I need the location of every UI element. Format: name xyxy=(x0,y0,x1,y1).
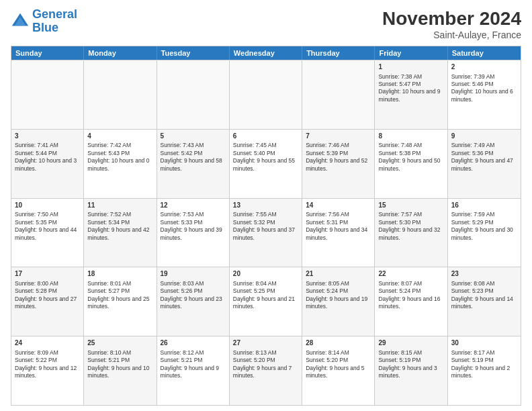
logo-text: General Blue xyxy=(32,8,77,35)
day-number: 6 xyxy=(233,132,298,141)
day-info: Sunrise: 7:55 AM xyxy=(233,211,298,218)
calendar-row-3: 10Sunrise: 7:50 AMSunset: 5:35 PMDayligh… xyxy=(11,198,521,267)
day-number: 29 xyxy=(378,338,443,348)
calendar: SundayMondayTuesdayWednesdayThursdayFrid… xyxy=(11,46,521,406)
day-number: 12 xyxy=(161,201,226,210)
header-day-saturday: Saturday xyxy=(448,46,521,60)
day-info: Sunrise: 7:56 AM xyxy=(306,211,371,218)
empty-cell xyxy=(302,60,375,129)
day-cell-1: 1Sunrise: 7:38 AMSunset: 5:47 PMDaylight… xyxy=(375,60,447,129)
day-info: Daylight: 9 hours and 50 minutes. xyxy=(378,157,443,173)
day-cell-30: 30Sunrise: 8:17 AMSunset: 5:19 PMDayligh… xyxy=(448,336,521,405)
empty-cell xyxy=(84,60,157,129)
day-info: Sunrise: 7:57 AM xyxy=(378,211,443,218)
day-cell-14: 14Sunrise: 7:56 AMSunset: 5:31 PMDayligh… xyxy=(302,199,375,267)
header-day-thursday: Thursday xyxy=(302,46,375,60)
day-info: Sunrise: 7:59 AM xyxy=(451,211,517,218)
day-info: Sunset: 5:24 PM xyxy=(306,287,371,295)
day-info: Sunrise: 8:05 AM xyxy=(306,280,371,287)
day-info: Sunrise: 8:07 AM xyxy=(378,280,443,287)
day-info: Daylight: 9 hours and 21 minutes. xyxy=(233,295,298,311)
day-number: 10 xyxy=(15,201,80,210)
day-cell-21: 21Sunrise: 8:05 AMSunset: 5:24 PMDayligh… xyxy=(302,267,375,336)
header-day-tuesday: Tuesday xyxy=(157,46,230,60)
day-info: Daylight: 9 hours and 58 minutes. xyxy=(161,157,226,173)
day-info: Daylight: 9 hours and 23 minutes. xyxy=(161,295,226,311)
day-info: Sunset: 5:26 PM xyxy=(161,287,226,295)
day-info: Sunrise: 8:08 AM xyxy=(451,280,517,287)
day-info: Sunset: 5:21 PM xyxy=(87,357,152,364)
day-cell-27: 27Sunrise: 8:13 AMSunset: 5:20 PMDayligh… xyxy=(230,336,302,405)
day-info: Sunset: 5:32 PM xyxy=(233,219,298,226)
day-number: 2 xyxy=(451,62,517,72)
day-info: Sunset: 5:43 PM xyxy=(87,150,152,157)
day-cell-3: 3Sunrise: 7:41 AMSunset: 5:44 PMDaylight… xyxy=(11,130,84,198)
day-info: Sunset: 5:46 PM xyxy=(451,81,517,88)
day-info: Daylight: 9 hours and 47 minutes. xyxy=(451,157,517,173)
day-info: Daylight: 9 hours and 44 minutes. xyxy=(15,226,80,242)
header-day-sunday: Sunday xyxy=(11,46,84,60)
day-info: Sunrise: 7:43 AM xyxy=(161,142,226,149)
page: General Blue November 2024 Saint-Aulaye,… xyxy=(0,0,532,411)
day-cell-18: 18Sunrise: 8:01 AMSunset: 5:27 PMDayligh… xyxy=(84,267,157,336)
day-info: Sunset: 5:47 PM xyxy=(378,81,443,88)
day-info: Daylight: 10 hours and 0 minutes. xyxy=(87,157,152,173)
logo-icon xyxy=(11,12,30,31)
day-info: Daylight: 9 hours and 2 minutes. xyxy=(451,365,517,380)
day-cell-23: 23Sunrise: 8:08 AMSunset: 5:23 PMDayligh… xyxy=(448,267,521,336)
day-info: Daylight: 9 hours and 25 minutes. xyxy=(87,295,152,311)
day-cell-16: 16Sunrise: 7:59 AMSunset: 5:29 PMDayligh… xyxy=(448,199,521,267)
day-info: Sunset: 5:36 PM xyxy=(451,150,517,157)
day-info: Sunset: 5:23 PM xyxy=(451,287,517,295)
day-info: Sunset: 5:39 PM xyxy=(306,150,371,157)
day-cell-6: 6Sunrise: 7:45 AMSunset: 5:40 PMDaylight… xyxy=(230,130,302,198)
day-info: Sunrise: 7:41 AM xyxy=(15,142,80,149)
day-info: Sunrise: 7:38 AM xyxy=(378,73,443,81)
day-info: Sunset: 5:20 PM xyxy=(233,357,298,364)
day-cell-22: 22Sunrise: 8:07 AMSunset: 5:24 PMDayligh… xyxy=(375,267,447,336)
day-info: Sunset: 5:24 PM xyxy=(378,287,443,295)
day-info: Sunrise: 7:45 AM xyxy=(233,142,298,149)
day-info: Sunrise: 8:03 AM xyxy=(161,280,226,287)
title-section: November 2024 Saint-Aulaye, France xyxy=(382,8,521,40)
calendar-row-1: 1Sunrise: 7:38 AMSunset: 5:47 PMDaylight… xyxy=(11,60,521,129)
day-info: Sunset: 5:19 PM xyxy=(451,357,517,364)
day-info: Sunrise: 7:52 AM xyxy=(87,211,152,218)
day-info: Sunrise: 7:48 AM xyxy=(378,142,443,149)
day-info: Daylight: 9 hours and 3 minutes. xyxy=(378,365,443,380)
day-number: 19 xyxy=(161,269,226,279)
day-info: Sunrise: 7:46 AM xyxy=(306,142,371,149)
day-info: Sunrise: 8:04 AM xyxy=(233,280,298,287)
day-info: Daylight: 9 hours and 19 minutes. xyxy=(306,295,371,311)
day-info: Sunrise: 7:49 AM xyxy=(451,142,517,149)
day-number: 7 xyxy=(306,132,371,141)
calendar-row-5: 24Sunrise: 8:09 AMSunset: 5:22 PMDayligh… xyxy=(11,336,521,405)
day-info: Sunset: 5:30 PM xyxy=(378,219,443,226)
day-number: 20 xyxy=(233,269,298,279)
day-info: Daylight: 9 hours and 14 minutes. xyxy=(451,295,517,311)
day-info: Sunrise: 8:10 AM xyxy=(87,349,152,357)
day-cell-26: 26Sunrise: 8:12 AMSunset: 5:21 PMDayligh… xyxy=(157,336,230,405)
day-info: Sunrise: 8:09 AM xyxy=(15,349,80,357)
day-number: 24 xyxy=(15,338,80,348)
day-number: 14 xyxy=(306,201,371,210)
day-info: Sunrise: 8:13 AM xyxy=(233,349,298,357)
empty-cell xyxy=(157,60,230,129)
day-cell-15: 15Sunrise: 7:57 AMSunset: 5:30 PMDayligh… xyxy=(375,199,447,267)
calendar-body: 1Sunrise: 7:38 AMSunset: 5:47 PMDaylight… xyxy=(11,60,521,405)
day-info: Sunrise: 7:42 AM xyxy=(87,142,152,149)
day-info: Daylight: 10 hours and 6 minutes. xyxy=(451,88,517,103)
day-cell-20: 20Sunrise: 8:04 AMSunset: 5:25 PMDayligh… xyxy=(230,267,302,336)
day-cell-24: 24Sunrise: 8:09 AMSunset: 5:22 PMDayligh… xyxy=(11,336,84,405)
day-info: Daylight: 10 hours and 3 minutes. xyxy=(15,157,80,173)
day-info: Sunset: 5:44 PM xyxy=(15,150,80,157)
subtitle: Saint-Aulaye, France xyxy=(382,30,521,40)
day-cell-29: 29Sunrise: 8:15 AMSunset: 5:19 PMDayligh… xyxy=(375,336,447,405)
header-day-monday: Monday xyxy=(84,46,157,60)
day-number: 22 xyxy=(378,269,443,279)
day-cell-17: 17Sunrise: 8:00 AMSunset: 5:28 PMDayligh… xyxy=(11,267,84,336)
day-info: Sunset: 5:29 PM xyxy=(451,219,517,226)
day-number: 5 xyxy=(161,132,226,141)
day-cell-28: 28Sunrise: 8:14 AMSunset: 5:20 PMDayligh… xyxy=(302,336,375,405)
day-number: 27 xyxy=(233,338,298,348)
